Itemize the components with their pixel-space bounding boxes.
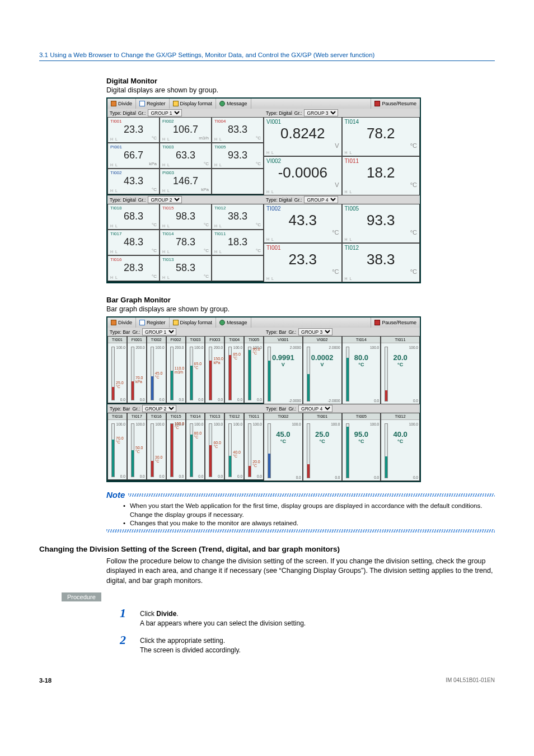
channel-tag: TI005 [214, 144, 261, 150]
channel-value: 106.7 [162, 124, 209, 136]
group-select[interactable]: GROUP 3 [298, 328, 332, 335]
channel-value: 93.3 [214, 150, 261, 161]
message-button[interactable]: Message [216, 99, 251, 109]
bar-channel-name: TI014 [343, 337, 381, 343]
bar-fill [209, 361, 212, 400]
channel-tag: TI012 [214, 206, 261, 211]
bar-column: FI001 200.0 0.0 70.0kPa [127, 336, 147, 403]
scale-top: 100.0 [370, 422, 379, 426]
digital-cell: TI013 58.3 H L °C [160, 255, 212, 281]
digital-cell: TI005 93.3 H L °C [212, 143, 264, 169]
type-label: Type: Bar [110, 406, 130, 412]
bar-value: 80.0°C [343, 353, 381, 367]
channel-value: 0.8242 [266, 125, 339, 142]
channel-value: 43.3 [110, 175, 157, 187]
display-format-button[interactable]: Display format [170, 99, 217, 109]
hl-indicator: H L [162, 250, 170, 254]
scale-bot: 0.0 [374, 399, 379, 403]
bar-fill [209, 445, 212, 477]
scale-top: 100.0 [370, 346, 379, 349]
bar-channel-name: TI014 [186, 413, 205, 420]
group-select[interactable]: GROUP 2 [142, 405, 176, 412]
bar-column: TI013 100.0 0.0 60.0°C [205, 413, 224, 480]
bar-track [111, 423, 115, 477]
channel-value: 23.3 [266, 251, 339, 268]
note-box: Note When you start the Web application … [106, 490, 495, 533]
bar-channel-name: TI013 [205, 413, 224, 420]
digital-cell: TI002 43.3 H L °C [107, 169, 160, 194]
digital-cell: TI014 78.2 H L °C [342, 117, 420, 156]
register-button[interactable]: Register [136, 99, 170, 109]
message-button[interactable]: Message [216, 318, 251, 328]
digital-cell: TI011 18.2 H L °C [342, 156, 420, 195]
bar-fill [249, 350, 251, 400]
digital-intro: Digital displays are shown by group. [106, 86, 495, 94]
bar-column: TI017 100.0 0.0 50.0°C [127, 413, 147, 480]
bar-column: TI002 100.0 0.0 45.0°C [147, 336, 166, 403]
hl-indicator: H L [110, 189, 118, 193]
scale-top: 200.0 [214, 346, 223, 349]
page-number: 3-18 [39, 677, 51, 684]
bar-fill [190, 435, 193, 477]
display-format-button[interactable]: Display format [170, 318, 217, 328]
channel-tag: TI011 [345, 158, 418, 164]
bar-track [131, 423, 134, 477]
divide-button[interactable]: Divide [107, 99, 136, 109]
group-select[interactable]: GROUP 1 [142, 328, 176, 335]
bar-value: 45.0°C [264, 430, 302, 444]
type-label: Type: Digital [266, 110, 292, 116]
hl-indicator: H L [214, 250, 222, 254]
digital-cell [212, 169, 264, 194]
digital-cell [212, 255, 264, 281]
hl-indicator: H L [345, 151, 352, 155]
register-icon [139, 101, 145, 106]
group-select[interactable]: GROUP 4 [298, 405, 332, 412]
channel-value: 83.3 [214, 124, 261, 136]
bar-fill [268, 454, 270, 478]
bar-track [248, 423, 251, 477]
bar-value: 95.0°C [343, 430, 381, 444]
bar-column: TI001 100.0 0.0 25.0°C [107, 336, 127, 403]
scale-top: 100.0 [116, 346, 125, 349]
bar-column: TI001 100.0 0.0 25.0°C [303, 413, 342, 481]
divide-button[interactable]: Divide [107, 318, 136, 328]
scale-top: 100.0 [253, 422, 262, 426]
scale-bot: 0.0 [198, 474, 203, 478]
changing-para: Follow the procedure below to change the… [106, 557, 495, 586]
group-select[interactable]: GROUP 2 [148, 196, 182, 203]
pause-resume-button[interactable]: Pause/Resume [371, 99, 420, 109]
bar-fill [229, 456, 231, 477]
digital-cell: TI017 48.3 H L °C [107, 230, 160, 255]
bar-fill [171, 371, 173, 400]
bar-fill [229, 355, 231, 400]
digital-cell: TI005 93.3 H L °C [342, 204, 420, 243]
bar-value-label: 50.0°C [135, 446, 143, 454]
digital-cell: TI018 68.3 H L °C [107, 204, 160, 230]
bar-column: TI005 100.0 0.0 95.0°C [342, 413, 381, 481]
hl-indicator: H L [162, 276, 170, 279]
bar-fill [151, 376, 153, 400]
hl-indicator: H L [266, 237, 274, 241]
doc-number: IM 04L51B01-01EN [446, 677, 495, 684]
group-select[interactable]: GROUP 1 [148, 109, 182, 116]
hl-indicator: H L [345, 277, 352, 281]
channel-unit: °C [266, 268, 339, 275]
scale-top: 100.0 [116, 422, 125, 426]
scale-bot: 0.0 [237, 474, 242, 478]
group-select[interactable]: GROUP 4 [304, 196, 338, 203]
step-number: 1 [120, 607, 131, 628]
bar-channel-name: TI012 [381, 413, 419, 420]
channel-tag: TI014 [345, 119, 418, 125]
bar-value: 20.0°C [381, 353, 419, 367]
pause-resume-button[interactable]: Pause/Resume [371, 318, 420, 328]
bar-fill [385, 456, 387, 478]
channel-value: -0.0006 [266, 164, 339, 181]
group-select[interactable]: GROUP 3 [304, 109, 338, 116]
digital-cell: TI002 43.3 H L °C [264, 204, 342, 243]
note-hatch-bottom [106, 529, 495, 533]
register-button[interactable]: Register [136, 318, 170, 328]
scale-top: 100.0 [292, 422, 301, 426]
step-text: Click Divide.A bar appears where you can… [140, 607, 306, 628]
scale-bot: 0.0 [198, 398, 203, 402]
bar-column: TI015 100.0 0.0 100.0°C [166, 413, 186, 480]
